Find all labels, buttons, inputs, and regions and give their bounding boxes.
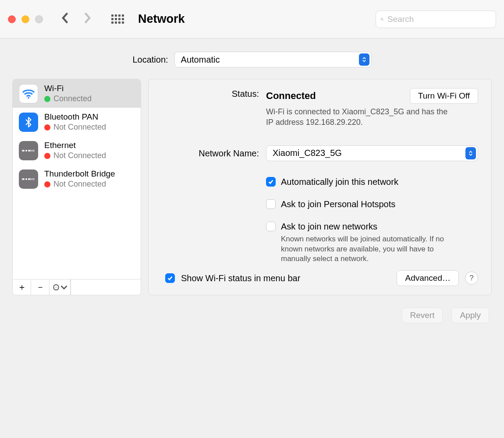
service-list: Wi-FiConnectedBluetooth PANNot Connected… (13, 79, 141, 279)
status-dot-icon (44, 124, 50, 131)
service-actions-button[interactable] (50, 279, 71, 295)
status-label: Status: (162, 88, 259, 128)
chevron-updown-icon (359, 53, 369, 66)
service-item-wi-fi[interactable]: Wi-FiConnected (13, 79, 141, 108)
close-button[interactable] (8, 15, 16, 23)
status-dot-icon (44, 181, 50, 187)
svg-point-3 (23, 150, 25, 152)
search-icon (380, 14, 384, 24)
action-row: Revert Apply (12, 307, 492, 323)
ask-new-label: Ask to join new networks (281, 222, 377, 231)
help-button[interactable]: ? (465, 272, 478, 285)
ask-new-description: Known networks will be joined automatica… (281, 234, 456, 265)
status-description: Wi-Fi is connected to Xiaomi_C823_5G and… (266, 106, 450, 128)
forward-button[interactable] (83, 12, 92, 26)
ethernet-icon (19, 170, 38, 189)
ask-new-checkbox[interactable] (266, 222, 276, 231)
network-name-label: Network Name: (162, 148, 259, 159)
toolbar: Network (0, 0, 504, 39)
show-all-icon[interactable] (111, 14, 124, 24)
detail-panel: Status: Connected Turn Wi-Fi Off Wi-Fi i… (148, 79, 492, 295)
location-value: Automatic (181, 55, 220, 65)
svg-point-7 (25, 178, 27, 180)
maximize-button[interactable] (35, 15, 43, 23)
search-field[interactable] (376, 11, 496, 28)
svg-line-1 (383, 20, 383, 21)
svg-point-0 (381, 18, 383, 20)
svg-point-4 (25, 150, 27, 152)
remove-service-button[interactable]: － (31, 279, 50, 295)
add-service-button[interactable]: ＋ (13, 279, 31, 295)
location-label: Location: (132, 55, 168, 65)
status-dot-icon (44, 96, 50, 102)
ethernet-icon (19, 141, 38, 160)
show-menubar-checkbox[interactable] (165, 273, 175, 283)
window-controls (8, 15, 43, 23)
search-input[interactable] (387, 14, 491, 24)
service-item-bluetooth-pan[interactable]: Bluetooth PANNot Connected (13, 108, 141, 136)
advanced-button[interactable]: Advanced… (397, 270, 459, 286)
auto-join-checkbox[interactable] (266, 177, 276, 187)
ask-hotspot-checkbox[interactable] (266, 199, 276, 209)
svg-point-6 (23, 178, 25, 180)
minimize-button[interactable] (21, 15, 29, 23)
service-status: Connected (53, 94, 92, 103)
sidebar-footer: ＋ － (13, 279, 141, 295)
service-item-thunderbolt-bridge[interactable]: Thunderbolt BridgeNot Connected (13, 165, 141, 193)
network-name-value: Xiaomi_C823_5G (273, 148, 342, 158)
svg-point-10 (54, 287, 55, 287)
service-name: Ethernet (44, 141, 106, 150)
status-dot-icon (44, 153, 50, 159)
service-name: Bluetooth PAN (44, 112, 106, 122)
service-item-ethernet[interactable]: EthernetNot Connected (13, 136, 141, 165)
status-value: Connected (266, 90, 316, 102)
chevron-updown-icon (465, 147, 476, 159)
ask-hotspot-label: Ask to join Personal Hotspots (281, 199, 395, 209)
service-status: Not Connected (53, 151, 106, 160)
show-menubar-label: Show Wi-Fi status in menu bar (181, 273, 300, 283)
svg-point-8 (28, 178, 30, 180)
location-popup[interactable]: Automatic (174, 52, 372, 67)
svg-point-5 (28, 150, 30, 152)
network-name-popup[interactable]: Xiaomi_C823_5G (266, 145, 478, 161)
location-row: Location: Automatic (12, 52, 492, 67)
service-name: Wi-Fi (44, 84, 92, 93)
back-button[interactable] (60, 12, 69, 26)
bluetooth-icon (19, 113, 38, 132)
wifi-toggle-button[interactable]: Turn Wi-Fi Off (410, 88, 478, 104)
service-status: Not Connected (53, 180, 106, 189)
nav-arrows (60, 12, 92, 26)
service-name: Thunderbolt Bridge (44, 169, 115, 179)
svg-point-11 (56, 287, 56, 287)
svg-point-2 (28, 97, 29, 99)
service-sidebar: Wi-FiConnectedBluetooth PANNot Connected… (12, 79, 141, 295)
window-title: Network (138, 12, 185, 26)
svg-point-12 (57, 287, 57, 287)
service-status: Not Connected (53, 123, 106, 132)
revert-button[interactable]: Revert (402, 307, 443, 323)
apply-button[interactable]: Apply (451, 307, 489, 323)
wifi-icon (19, 84, 38, 103)
auto-join-label: Automatically join this network (281, 177, 398, 187)
